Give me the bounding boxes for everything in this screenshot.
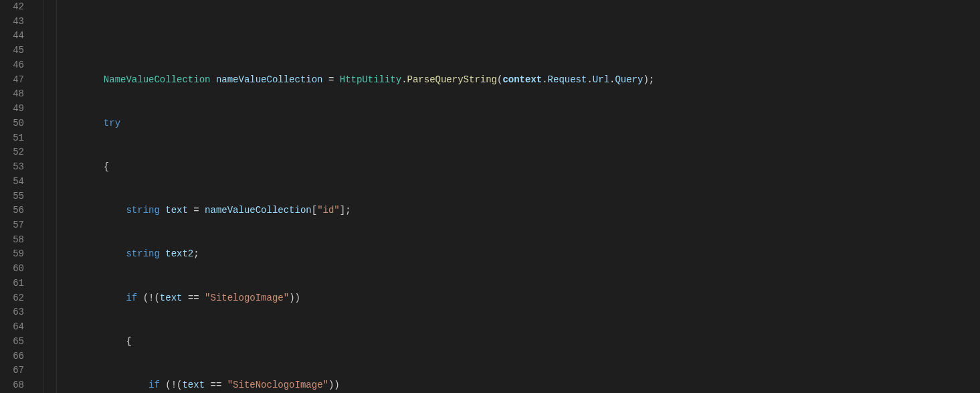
line-number: 59 (4, 247, 24, 262)
code-line[interactable]: { (36, 160, 980, 175)
line-number: 55 (4, 189, 24, 204)
code-line[interactable]: if (!(text == "SiteNoclogoImage")) (36, 378, 980, 393)
code-line[interactable]: { (36, 335, 980, 349)
line-number: 68 (4, 378, 24, 393)
line-number: 49 (4, 102, 24, 116)
code-line[interactable]: try (36, 116, 980, 131)
code-line[interactable]: string text2; (36, 247, 980, 262)
line-number: 57 (4, 218, 24, 233)
line-number: 48 (4, 87, 24, 102)
line-number: 50 (4, 116, 24, 131)
code-line[interactable]: NameValueCollection nameValueCollection … (36, 73, 980, 88)
line-number: 63 (4, 305, 24, 320)
line-number: 56 (4, 204, 24, 218)
line-number: 51 (4, 131, 24, 146)
line-number-gutter: 42 43 44 45 46 47 48 49 50 51 52 53 54 5… (0, 0, 36, 393)
line-number: 46 (4, 58, 24, 73)
code-line[interactable]: if (!(text == "SitelogoImage")) (36, 291, 980, 306)
line-number: 52 (4, 145, 24, 160)
line-number: 64 (4, 320, 24, 335)
line-number: 62 (4, 291, 24, 306)
line-number: 42 (4, 0, 24, 15)
line-number: 60 (4, 262, 24, 277)
indent-guide (56, 0, 57, 393)
line-number: 47 (4, 73, 24, 88)
indent-guide (43, 0, 43, 393)
line-number: 65 (4, 335, 24, 349)
code-line[interactable]: string text = nameValueCollection["id"]; (36, 204, 980, 218)
line-number: 58 (4, 233, 24, 248)
code-editor[interactable]: 42 43 44 45 46 47 48 49 50 51 52 53 54 5… (0, 0, 980, 393)
line-number: 43 (4, 15, 24, 29)
line-number: 67 (4, 364, 24, 378)
line-number: 45 (4, 44, 24, 58)
line-number: 61 (4, 277, 24, 291)
line-number: 66 (4, 349, 24, 364)
code-area[interactable]: NameValueCollection nameValueCollection … (36, 0, 980, 393)
line-number: 53 (4, 160, 24, 175)
line-number: 54 (4, 175, 24, 189)
line-number: 44 (4, 29, 24, 44)
